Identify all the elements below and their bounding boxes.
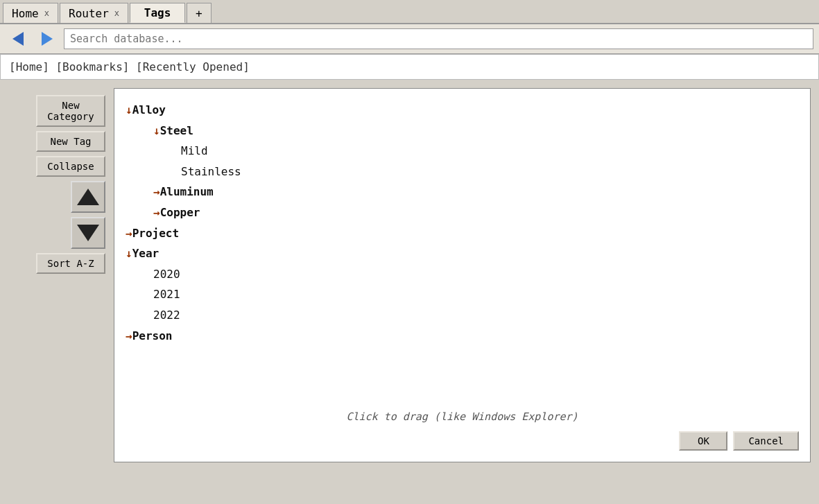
collapse-button[interactable]: Collapse	[36, 156, 105, 177]
tree-label: 2022	[153, 309, 180, 322]
tree-item[interactable]: →Copper	[126, 202, 799, 223]
tree-item[interactable]: 2022	[126, 305, 799, 326]
tree-label: 2020	[153, 268, 180, 281]
new-tag-label: New Tag	[50, 136, 91, 147]
main-content: New Category New Tag Collapse Sort A-Z ↓…	[0, 80, 819, 471]
dialog-buttons: OK Cancel	[679, 431, 799, 451]
drag-hint: Click to drag (like Windows Explorer)	[114, 410, 810, 423]
tree-item[interactable]: →Person	[126, 326, 799, 347]
ok-button[interactable]: OK	[679, 431, 727, 451]
tree-item[interactable]: ↓Steel	[126, 121, 799, 141]
tree-prefix: →	[126, 227, 132, 240]
tree-prefix: ↓	[153, 124, 160, 137]
new-category-button[interactable]: New Category	[36, 95, 105, 127]
tab-router-close[interactable]: x	[114, 8, 119, 18]
tab-router-label: Router	[69, 7, 109, 20]
new-category-label: New Category	[44, 100, 97, 122]
back-button[interactable]	[6, 28, 31, 49]
tree-label: Alloy	[132, 103, 166, 116]
tree-item[interactable]: →Aluminum	[126, 182, 799, 202]
tree-container: ↓Alloy↓SteelMildStainless→Aluminum→Coppe…	[126, 100, 799, 346]
tree-label: Year	[132, 247, 160, 260]
move-up-button[interactable]	[71, 181, 105, 213]
tab-add[interactable]: +	[187, 3, 212, 23]
cancel-button[interactable]: Cancel	[733, 431, 799, 451]
search-input[interactable]	[64, 28, 813, 49]
tree-label: Person	[132, 329, 173, 342]
tree-item[interactable]: →Project	[126, 223, 799, 244]
tree-item[interactable]: Stainless	[126, 162, 799, 182]
collapse-label: Collapse	[47, 161, 94, 172]
breadcrumb: [Home] [Bookmarks] [Recently Opened]	[0, 54, 819, 80]
forward-button[interactable]	[35, 28, 60, 49]
tab-home-close[interactable]: x	[44, 8, 49, 18]
tree-prefix: →	[153, 185, 160, 198]
tree-panel: ↓Alloy↓SteelMildStainless→Aluminum→Coppe…	[114, 88, 811, 462]
tree-label: Stainless	[181, 165, 241, 178]
tree-item[interactable]: 2020	[126, 264, 799, 285]
tree-label: Mild	[181, 144, 208, 157]
left-panel: New Category New Tag Collapse Sort A-Z	[8, 88, 105, 462]
tree-prefix: →	[153, 206, 160, 219]
tree-label: 2021	[153, 288, 180, 301]
up-arrow-icon	[77, 189, 99, 205]
breadcrumb-text: [Home] [Bookmarks] [Recently Opened]	[9, 60, 250, 73]
tab-home[interactable]: Home x	[3, 3, 58, 23]
tab-add-label: +	[196, 7, 202, 20]
new-tag-button[interactable]: New Tag	[36, 131, 105, 152]
down-arrow-icon	[77, 225, 99, 241]
tree-prefix: ↓	[126, 103, 132, 116]
tree-item[interactable]: Mild	[126, 141, 799, 162]
tree-item[interactable]: 2021	[126, 284, 799, 305]
ok-label: OK	[698, 435, 709, 446]
tree-label: Aluminum	[160, 185, 214, 198]
tree-label: Project	[132, 227, 179, 240]
tree-item[interactable]: ↓Alloy	[126, 100, 799, 121]
tree-prefix: →	[126, 329, 132, 342]
tree-item[interactable]: ↓Year	[126, 243, 799, 264]
sort-az-button[interactable]: Sort A-Z	[36, 253, 105, 274]
move-down-button[interactable]	[71, 217, 105, 249]
tree-prefix: ↓	[126, 247, 132, 260]
tab-tags-label: Tags	[144, 6, 171, 19]
tree-label: Copper	[160, 206, 200, 219]
sort-az-label: Sort A-Z	[47, 258, 94, 269]
tab-router[interactable]: Router x	[60, 3, 128, 23]
tree-label: Steel	[160, 124, 193, 137]
tab-bar: Home x Router x Tags +	[0, 0, 819, 24]
toolbar	[0, 24, 819, 54]
tab-home-label: Home	[12, 7, 39, 20]
forward-icon	[42, 32, 53, 46]
cancel-label: Cancel	[748, 435, 784, 446]
back-icon	[12, 32, 24, 46]
tab-tags[interactable]: Tags	[130, 3, 185, 23]
